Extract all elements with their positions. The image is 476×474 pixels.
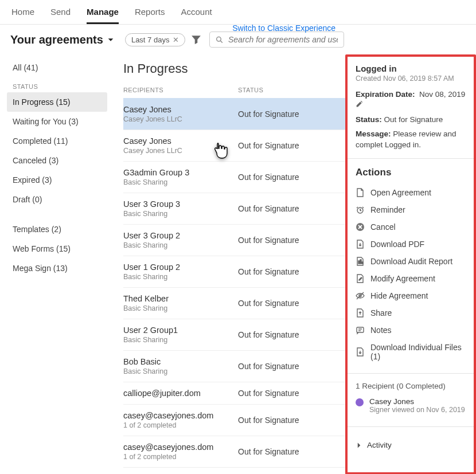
agreement-row[interactable]: Thed KelberBasic SharingOut for Signatur… — [123, 287, 345, 319]
nav-send[interactable]: Send — [50, 7, 71, 24]
filter-chip[interactable]: Last 7 days ✕ — [125, 33, 186, 46]
sidebar-expired[interactable]: Expired (3) — [7, 170, 107, 190]
row-status: Out for Signature — [238, 141, 345, 150]
row-status: Out for Signature — [238, 330, 345, 339]
activity-label: Activity — [367, 441, 392, 449]
row-status: Out for Signature — [238, 299, 345, 308]
nav-manage[interactable]: Manage — [87, 7, 119, 24]
chevron-right-icon — [356, 442, 362, 449]
audit-report-icon — [356, 257, 365, 266]
action-reminder[interactable]: Reminder — [356, 201, 467, 218]
sidebar-completed[interactable]: Completed (11) — [7, 131, 107, 151]
sidebar-waiting[interactable]: Waiting for You (3) — [7, 112, 107, 131]
action-hide-label: Hide Agreement — [370, 291, 428, 300]
agreement-row[interactable]: casey@caseyjones.dom1 of 2 completedOut … — [123, 467, 345, 474]
agreement-row[interactable]: calliope@jupiter.domOut for Signature — [123, 382, 345, 404]
recipient-name: Casey Jones — [369, 397, 465, 406]
details-panel: Logged in Created Nov 06, 2019 8:57 AM E… — [345, 54, 476, 474]
row-recipient-name: User 2 Group1 — [123, 326, 238, 335]
sidebar-in-progress[interactable]: In Progress (15) — [7, 92, 107, 112]
notes-icon — [356, 326, 365, 335]
modify-icon — [356, 274, 365, 283]
action-download-individual-label: Download Individual Files (1) — [370, 343, 467, 361]
row-status: Out for Signature — [238, 447, 345, 456]
details-status-label: Status: — [356, 115, 382, 124]
action-open-label: Open Agreement — [370, 188, 431, 197]
agreements-dropdown-label: Your agreements — [10, 33, 103, 46]
filter-icon[interactable] — [191, 34, 201, 45]
details-created: Created Nov 06, 2019 8:57 AM — [356, 75, 467, 83]
details-status-value: Out for Signature — [384, 115, 443, 124]
sidebar-all[interactable]: All (41) — [7, 58, 107, 77]
agreement-row[interactable]: User 3 Group 3Basic SharingOut for Signa… — [123, 193, 345, 224]
row-recipient-name: calliope@jupiter.dom — [123, 389, 238, 398]
details-expiration-value: Nov 08, 2019 — [419, 90, 465, 99]
action-modify[interactable]: Modify Agreement — [356, 270, 467, 287]
row-recipient-name: Casey Jones — [123, 136, 238, 146]
agreements-dropdown[interactable]: Your agreements — [10, 33, 115, 46]
agreement-row[interactable]: G3admin Group 3Basic SharingOut for Sign… — [123, 161, 345, 193]
top-nav: Home Send Manage Reports Account — [0, 0, 476, 25]
svg-line-1 — [221, 41, 223, 42]
action-download-audit-label: Download Audit Report — [370, 257, 452, 266]
edit-expiration-icon[interactable] — [356, 101, 363, 109]
filter-chip-remove-icon[interactable]: ✕ — [173, 36, 179, 44]
details-message: Message: Please review and complet Logge… — [356, 129, 467, 151]
sidebar-megasign[interactable]: Mega Sign (13) — [7, 258, 107, 278]
agreement-row[interactable]: User 2 Group1Basic SharingOut for Signat… — [123, 319, 345, 350]
action-hide[interactable]: Hide Agreement — [356, 287, 467, 304]
action-notes-label: Notes — [370, 326, 392, 335]
action-share[interactable]: Share — [356, 304, 467, 322]
action-notes[interactable]: Notes — [356, 322, 467, 339]
action-download-pdf[interactable]: Download PDF — [356, 236, 467, 253]
toolbar: Switch to Classic Experience Your agreem… — [0, 25, 476, 54]
row-recipient-sub: Basic Sharing — [123, 241, 238, 249]
recipient-status-dot — [356, 398, 364, 406]
action-open[interactable]: Open Agreement — [356, 184, 467, 201]
nav-reports[interactable]: Reports — [135, 7, 165, 24]
sidebar-templates[interactable]: Templates (2) — [7, 220, 107, 239]
agreement-row[interactable]: User 1 Group 2Basic SharingOut for Signa… — [123, 256, 345, 287]
download-files-icon — [356, 347, 365, 357]
recipient-sub: Signer viewed on Nov 6, 2019 — [369, 406, 465, 414]
row-recipient-sub: Basic Sharing — [123, 367, 238, 375]
nav-home[interactable]: Home — [11, 7, 34, 24]
agreement-list: Casey JonesCasey Jones LLrCOut for Signa… — [123, 98, 345, 474]
agreement-row[interactable]: Casey JonesCasey Jones LLrCOut for Signa… — [123, 98, 345, 130]
sidebar-draft[interactable]: Draft (0) — [7, 190, 107, 209]
agreement-row[interactable]: Casey JonesCasey Jones LLrCOut for Signa… — [123, 130, 345, 161]
activity-toggle[interactable]: Activity — [356, 435, 467, 449]
col-header-recipients: RECIPIENTS — [123, 87, 238, 93]
action-modify-label: Modify Agreement — [370, 274, 435, 283]
action-reminder-label: Reminder — [370, 205, 405, 214]
sidebar: All (41) STATUS In Progress (15) Waiting… — [0, 54, 112, 474]
action-download-audit[interactable]: Download Audit Report — [356, 253, 467, 270]
cancel-icon — [356, 222, 365, 232]
row-recipient-name: G3admin Group 3 — [123, 168, 238, 177]
search-input[interactable] — [228, 35, 338, 44]
row-status: Out for Signature — [238, 267, 345, 276]
svg-point-0 — [217, 37, 221, 41]
action-cancel[interactable]: Cancel — [356, 218, 467, 236]
row-status: Out for Signature — [238, 362, 345, 371]
action-download-individual[interactable]: Download Individual Files (1) — [356, 339, 467, 365]
agreement-row[interactable]: casey@caseyjones.dom1 of 2 completedOut … — [123, 404, 345, 436]
row-status: Out for Signature — [238, 389, 345, 398]
hide-icon — [356, 291, 365, 300]
agreement-row[interactable]: Bob BasicBasic SharingOut for Signature — [123, 350, 345, 382]
row-recipient-name: Casey Jones — [123, 105, 238, 114]
classic-link[interactable]: Switch to Classic Experience — [232, 23, 335, 33]
details-status: Status: Out for Signature — [356, 115, 467, 126]
search-wrap — [209, 32, 344, 48]
details-message-label: Message: — [356, 130, 391, 138]
row-status: Out for Signature — [238, 204, 345, 213]
agreement-row[interactable]: casey@caseyjones.dom1 of 2 completedOut … — [123, 436, 345, 467]
sidebar-webforms[interactable]: Web Forms (15) — [7, 239, 107, 258]
row-status: Out for Signature — [238, 236, 345, 245]
nav-account[interactable]: Account — [181, 7, 212, 24]
row-recipient-sub: Basic Sharing — [123, 304, 238, 312]
row-recipient-name: Thed Kelber — [123, 294, 238, 303]
sidebar-canceled[interactable]: Canceled (3) — [7, 151, 107, 170]
recipient-row[interactable]: Casey Jones Signer viewed on Nov 6, 2019 — [356, 393, 467, 418]
agreement-row[interactable]: User 3 Group 2Basic SharingOut for Signa… — [123, 224, 345, 256]
